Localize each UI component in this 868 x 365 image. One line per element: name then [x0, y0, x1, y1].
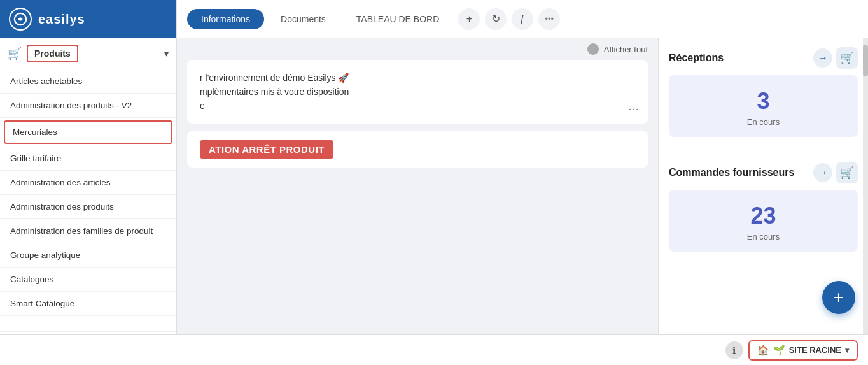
sidebar: easilys 🛒 Produits ▾ Articles achetables…	[0, 0, 177, 365]
receptions-header: Réceptions → 🛒	[669, 47, 858, 69]
commandes-cart-icon: 🛒	[836, 162, 858, 183]
commandes-header: Commandes fournisseurs → 🛒	[669, 162, 858, 183]
afficher-row: Afficher tout	[177, 38, 658, 60]
tab-bar: Informations Documents TABLEAU DE BORD +…	[177, 0, 868, 38]
sidebar-item-grille-tarifaire[interactable]: Grille tarifaire	[0, 147, 176, 171]
sidebar-item-mercuriales[interactable]: Mercuriales	[4, 120, 172, 144]
sidebar-item-admin-articles[interactable]: Administration des articles	[0, 171, 176, 195]
ellipsis-button[interactable]: ···	[628, 101, 639, 116]
arret-badge: ATION ARRÊT PRODUIT	[200, 140, 333, 159]
commandes-label: En cours	[747, 232, 780, 241]
receptions-stat-card: 3 En cours	[669, 75, 858, 137]
receptions-cart-icon: 🛒	[836, 47, 858, 69]
info-line3: e	[200, 101, 635, 111]
commandes-arrow-button[interactable]: →	[813, 163, 832, 182]
toggle-icon[interactable]	[587, 43, 599, 55]
commandes-widget: Commandes fournisseurs → 🛒 23 En cours	[659, 153, 868, 262]
sidebar-item-admin-produits-v2[interactable]: Administration des produits - V2	[0, 94, 176, 118]
main-content: Informations Documents TABLEAU DE BORD +…	[177, 0, 868, 365]
receptions-title: Réceptions	[669, 52, 809, 64]
logo-icon	[9, 8, 32, 31]
sidebar-item-admin-familles[interactable]: Administration des familles de produit	[0, 219, 176, 243]
sidebar-item-articles-achetables[interactable]: Articles achetables	[0, 69, 176, 94]
cart-icon: 🛒	[8, 47, 22, 61]
sidebar-menu: Articles achetables Administration des p…	[0, 69, 176, 331]
info-line1: r l'environnement de démo Easilys 🚀	[200, 73, 635, 83]
produits-button[interactable]: Produits	[27, 45, 78, 62]
info-line2: mplèmentaires mis à votre disposition	[200, 87, 635, 97]
chevron-icon: ▾	[164, 48, 169, 59]
sidebar-item-smart-catalogue[interactable]: Smart Catalogue	[0, 292, 176, 316]
afficher-label: Afficher tout	[604, 45, 648, 54]
center-panel: Afficher tout r l'environnement de démo …	[177, 38, 658, 365]
sidebar-item-admin-produits[interactable]: Administration des produits	[0, 195, 176, 219]
logo-text: easilys	[38, 12, 85, 27]
receptions-label: En cours	[747, 117, 780, 127]
tab-informations[interactable]: Informations	[187, 9, 264, 29]
right-panel: Réceptions → 🛒 3 En cours Commandes four…	[658, 38, 868, 365]
refresh-button[interactable]: ↻	[485, 8, 507, 30]
tab-documents[interactable]: Documents	[267, 9, 340, 29]
commandes-stat-card: 23 En cours	[669, 190, 858, 252]
arret-card: ATION ARRÊT PRODUIT	[187, 131, 648, 168]
add-button[interactable]: +	[458, 8, 480, 30]
site-racine-chevron-icon: ▾	[845, 346, 849, 355]
receptions-count: 3	[757, 88, 769, 115]
site-racine-button[interactable]: 🏠 🌱 SITE RACINE ▾	[748, 340, 858, 361]
commandes-count: 23	[750, 203, 776, 229]
info-button[interactable]: ℹ	[725, 341, 743, 359]
tab-tableau-de-bord[interactable]: TABLEAU DE BORD	[342, 9, 453, 29]
body-area: Afficher tout r l'environnement de démo …	[177, 38, 868, 365]
receptions-arrow-button[interactable]: →	[813, 48, 832, 68]
sidebar-header: easilys	[0, 0, 176, 38]
produits-row: 🛒 Produits ▾	[0, 38, 176, 69]
info-card: r l'environnement de démo Easilys 🚀 mplè…	[187, 60, 648, 124]
sidebar-item-catalogues[interactable]: Catalogues	[0, 268, 176, 292]
site-racine-label: SITE RACINE	[789, 345, 841, 355]
receptions-widget: Réceptions → 🛒 3 En cours	[659, 38, 868, 147]
home-icon: 🏠	[757, 345, 769, 356]
plant-icon: 🌱	[773, 345, 785, 356]
more-button[interactable]: •••	[538, 8, 560, 30]
panel-divider	[669, 150, 858, 150]
commandes-title: Commandes fournisseurs	[669, 167, 809, 178]
price-button[interactable]: ƒ	[512, 8, 533, 30]
fab-button[interactable]: +	[822, 281, 855, 314]
bottom-bar: ℹ 🏠 🌱 SITE RACINE ▾	[0, 334, 868, 365]
sidebar-item-groupe-analytique[interactable]: Groupe analytique	[0, 243, 176, 268]
content-scroll[interactable]: r l'environnement de démo Easilys 🚀 mplè…	[177, 60, 658, 334]
